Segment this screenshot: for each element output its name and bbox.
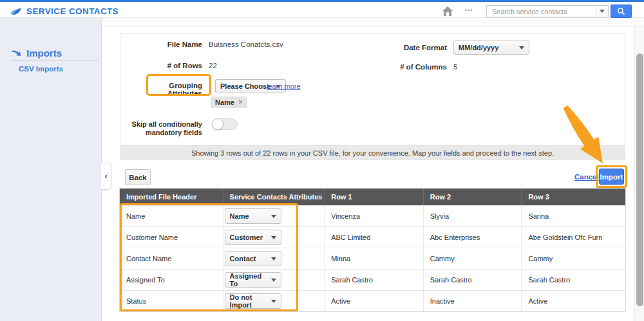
row2-cell: Slyvia bbox=[423, 206, 522, 226]
imported-header-cell: Contact Name bbox=[120, 248, 223, 269]
back-button[interactable]: Back bbox=[125, 169, 151, 185]
date-format-dropdown[interactable]: MM/dd/yyyy bbox=[453, 41, 529, 55]
page-scrollbar bbox=[634, 27, 644, 321]
grouping-attribute-tag: Name × bbox=[211, 96, 247, 108]
grouping-attributes-label: Grouping Attributes bbox=[133, 82, 202, 97]
sidebar-divider bbox=[11, 60, 98, 61]
table-row: Status Do not Import Active Inactive Act… bbox=[120, 290, 625, 311]
import-summary-panel: File Name Buisness Conatcts.csv # of Row… bbox=[120, 33, 625, 160]
search-icon bbox=[617, 7, 625, 15]
table-header-row: Imported File Header Service Contacts At… bbox=[120, 188, 625, 205]
columns-count-label: # of Columns bbox=[370, 63, 447, 71]
rows-count-value: 22 bbox=[209, 62, 217, 69]
date-format-value: MM/dd/yyyy bbox=[459, 44, 498, 51]
row2-cell: Cammy bbox=[423, 248, 522, 269]
attribute-dropdown-value: Assigned To bbox=[230, 272, 266, 288]
preview-notice: Showing 3 rows out of 22 rows in your CS… bbox=[120, 145, 625, 160]
skip-label-line2: mandatory fields bbox=[125, 129, 202, 137]
more-options-icon[interactable]: ••• bbox=[462, 4, 476, 17]
column-header: Row 3 bbox=[521, 188, 625, 205]
sidebar-collapse-handle[interactable]: ‹ bbox=[101, 163, 111, 190]
sidebar-section-label: Imports bbox=[26, 48, 62, 59]
file-name-label: File Name bbox=[125, 41, 202, 48]
app-header: SERVICE CONTACTS ••• bbox=[0, 2, 644, 18]
attribute-dropdown-value: Customer bbox=[230, 234, 263, 241]
column-header: Service Contacts Attributes bbox=[223, 188, 325, 205]
sidebar-section-imports[interactable]: Imports bbox=[11, 48, 62, 59]
row3-cell: Abe Goldstein Ofc Furn bbox=[521, 227, 625, 248]
learn-more-link[interactable]: learn more bbox=[267, 82, 301, 90]
search-button[interactable] bbox=[611, 5, 632, 18]
close-icon[interactable]: × bbox=[238, 98, 243, 107]
table-row: Customer Name Customer ABC Limited Abc E… bbox=[120, 226, 625, 248]
row2-cell: Inactive bbox=[423, 291, 522, 311]
table-row: Contact Name Contact Minna Cammy Cammy bbox=[120, 248, 625, 269]
skip-label-line1: Skip all conditionally bbox=[125, 120, 202, 129]
row3-cell: Active bbox=[521, 291, 625, 311]
imported-header-cell: Name bbox=[120, 206, 223, 226]
attribute-dropdown-value: Contact bbox=[230, 255, 256, 262]
app-title: SERVICE CONTACTS bbox=[26, 6, 118, 16]
attribute-dropdown[interactable]: Name bbox=[225, 208, 281, 224]
caret-down-icon bbox=[271, 279, 276, 282]
row2-cell: Abc Enterprises bbox=[423, 227, 522, 248]
sidebar: Imports CSV Imports bbox=[0, 18, 102, 321]
brand[interactable]: SERVICE CONTACTS bbox=[10, 6, 118, 16]
row1-cell: Minna bbox=[324, 248, 423, 269]
row2-cell: Sarah Castro bbox=[423, 270, 522, 290]
search-scope-dropdown[interactable] bbox=[596, 6, 608, 17]
attribute-cell: Customer bbox=[223, 227, 325, 248]
date-format-label: Date Format bbox=[370, 44, 447, 51]
caret-down-icon bbox=[271, 300, 276, 303]
table-row: Assigned To Assigned To Sarah Castro Sar… bbox=[120, 269, 625, 290]
imported-header-cell: Assigned To bbox=[120, 270, 223, 290]
import-button[interactable]: Import bbox=[599, 169, 624, 185]
imported-header-cell: Customer Name bbox=[120, 227, 223, 248]
column-header: Row 2 bbox=[423, 188, 522, 205]
tag-label: Name bbox=[215, 98, 234, 106]
search-box bbox=[486, 5, 609, 17]
cancel-link[interactable]: Cancel bbox=[574, 173, 599, 181]
imported-header-cell: Status bbox=[120, 291, 223, 311]
skip-mandatory-label: Skip all conditionally mandatory fields bbox=[125, 120, 202, 137]
row1-cell: Vincenza bbox=[324, 206, 423, 226]
toggle-knob bbox=[212, 118, 223, 130]
attribute-dropdown[interactable]: Do not Import bbox=[225, 293, 281, 309]
attribute-dropdown[interactable]: Assigned To bbox=[225, 272, 281, 288]
scrollbar-thumb[interactable] bbox=[636, 53, 643, 306]
row3-cell: Sarah Castro bbox=[521, 270, 625, 290]
attribute-cell: Name bbox=[223, 206, 325, 226]
row1-cell: ABC Limited bbox=[324, 227, 423, 248]
attribute-cell: Assigned To bbox=[223, 270, 325, 290]
rows-count-label: # of Rows bbox=[125, 62, 202, 69]
columns-count-value: 5 bbox=[453, 63, 457, 71]
column-header: Row 1 bbox=[324, 188, 423, 205]
row3-cell: Sarina bbox=[521, 206, 625, 226]
column-header: Imported File Header bbox=[120, 188, 223, 205]
file-name-value: Buisness Conatcts.csv bbox=[209, 41, 283, 48]
attribute-cell: Contact bbox=[223, 248, 325, 269]
skip-mandatory-toggle[interactable] bbox=[212, 118, 238, 130]
toolbar-strip bbox=[102, 18, 644, 27]
caret-down-icon bbox=[519, 46, 524, 50]
row3-cell: Cammy bbox=[521, 248, 625, 269]
attribute-cell: Do not Import bbox=[223, 291, 325, 311]
logo-icon bbox=[10, 7, 22, 16]
attribute-dropdown-value: Name bbox=[230, 212, 249, 220]
search-input[interactable] bbox=[487, 6, 596, 17]
table-row: Name Name Vincenza Slyvia Sarina bbox=[120, 205, 625, 226]
caret-down-icon bbox=[271, 215, 276, 218]
caret-down-icon bbox=[271, 236, 276, 239]
row1-cell: Sarah Castro bbox=[324, 270, 423, 290]
sidebar-item-csv-imports[interactable]: CSV Imports bbox=[19, 65, 63, 73]
grouping-dropdown-value: Please Choose bbox=[220, 82, 270, 90]
attribute-dropdown[interactable]: Customer bbox=[225, 230, 281, 245]
attribute-dropdown[interactable]: Contact bbox=[225, 251, 281, 266]
caret-down-icon bbox=[271, 257, 276, 261]
field-mapping-table: Imported File Header Service Contacts At… bbox=[119, 188, 626, 312]
imports-icon bbox=[11, 49, 22, 57]
row1-cell: Active bbox=[324, 291, 423, 311]
chevron-down-icon bbox=[600, 10, 605, 13]
home-icon[interactable] bbox=[442, 6, 453, 17]
attribute-dropdown-value: Do not Import bbox=[230, 293, 266, 309]
